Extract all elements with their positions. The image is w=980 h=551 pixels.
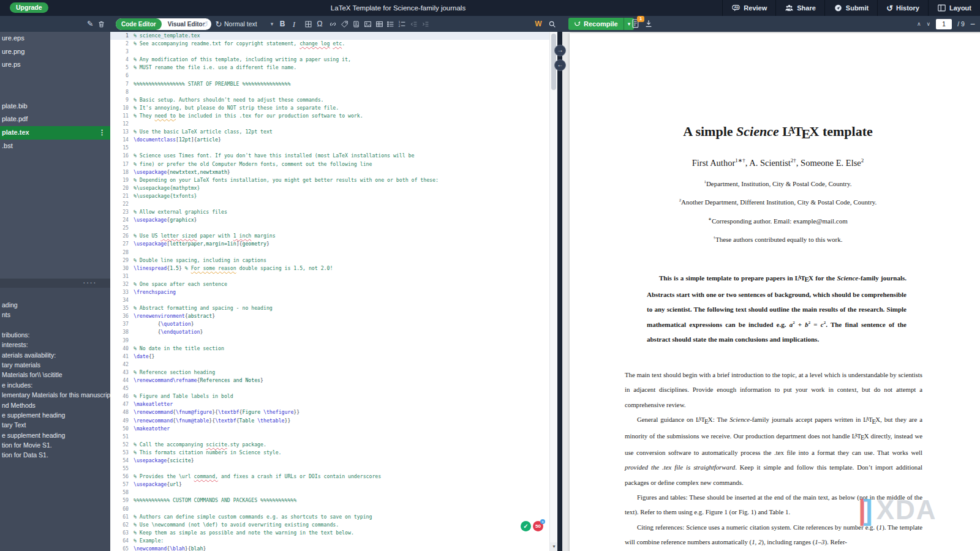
outline-item[interactable]: lementary Materials for this manuscript: [0,390,110,400]
outline-item[interactable]: nts [0,310,110,320]
page-up-icon[interactable]: ∧ [917,21,921,27]
upgrade-button[interactable]: Upgrade [10,2,48,13]
code-line[interactable]: 2% See accompanying readme.txt for copyr… [110,40,549,48]
logs-button[interactable]: 1 [631,18,642,29]
code-line[interactable]: 49\renewcommand{\fnum@table}{\textbf{Tab… [110,417,549,425]
code-line[interactable]: 62% Use \newcommand (not \def) to avoid … [110,521,549,529]
code-line[interactable]: 19% Depending on your LaTeX fonts instal… [110,176,549,184]
code-line[interactable]: 28 [110,249,549,257]
table-icon[interactable] [374,20,385,28]
outline-item[interactable]: e supplement heading [0,430,110,440]
code-line[interactable]: 10% It's annoying, but please do NOT str… [110,104,549,112]
file-tree-item[interactable]: ure.png [0,45,110,59]
pane-divider[interactable] [557,32,562,551]
code-line[interactable]: 8 [110,88,549,96]
file-tree-item[interactable]: ure.ps [0,58,110,72]
outline-item[interactable]: ading [0,300,110,310]
code-line[interactable]: 26% Use US letter sized paper with 1 inc… [110,232,549,240]
outdent-icon[interactable] [408,20,419,28]
code-line[interactable]: 52% Call the accompanying scicite.sty pa… [110,441,549,449]
code-line[interactable]: 37 {\quotation} [110,320,549,328]
code-line[interactable]: 34 [110,296,549,304]
code-line[interactable]: 30\linespread{1.5} % For some reason dou… [110,264,549,272]
file-menu-dots-icon[interactable]: ⋮ [99,126,105,140]
assistant-icon[interactable]: ✓ [521,521,531,531]
code-line[interactable]: 22 [110,200,549,208]
code-line[interactable]: 56% Provides the \url command, and fixes… [110,473,549,481]
panel-resize-handle[interactable]: ···· [0,279,110,288]
outline-item[interactable]: interests: [0,340,110,350]
sync-to-code-button[interactable]: ← [554,59,566,71]
code-editor[interactable]: 1% science_template.tex2% See accompanyi… [110,32,549,551]
code-line[interactable]: 54\usepackage{scicite} [110,457,549,465]
outline-item[interactable]: tary materials [0,360,110,370]
code-line[interactable]: 35% Abstract formatting and spacing - no… [110,304,549,312]
code-line[interactable]: 3 [110,48,549,56]
indent-icon[interactable] [420,20,431,28]
code-line[interactable]: 45 [110,384,549,392]
outline-item[interactable]: tion for Movie S1. [0,440,110,450]
code-line[interactable]: 57\usepackage{url} [110,481,549,489]
code-line[interactable]: 21%\usepackage{txfonts} [110,192,549,200]
code-editor-tab[interactable]: Code Editor [116,18,162,30]
assistant-error-count[interactable]: 50 + [533,521,543,531]
code-line[interactable]: 33\frenchspacing [110,288,549,296]
code-line[interactable]: 27\usepackage[letterpaper,margin=1in]{ge… [110,240,549,248]
code-line[interactable]: 9% Basic setup. Authors shouldn't need t… [110,96,549,104]
code-line[interactable]: 40% No date in the title section [110,345,549,353]
undo-icon[interactable]: ↺ [200,20,211,28]
code-line[interactable]: 42 [110,361,549,369]
code-line[interactable]: 38 {\endquotation} [110,328,549,336]
zoom-out-icon[interactable]: − [970,19,975,29]
code-line[interactable]: 59%%%%%%%%%%%% CUSTOM COMMANDS AND PACKA… [110,497,549,504]
image-icon[interactable] [362,20,373,28]
numbered-list-icon[interactable]: 12 [396,20,407,28]
code-line[interactable]: 16% Science uses Times font. If you don'… [110,152,549,160]
code-line[interactable]: 39 [110,337,549,345]
layout-button[interactable]: Layout [928,0,980,16]
code-line[interactable]: 29% Double line spacing, including in ca… [110,257,549,264]
page-down-icon[interactable]: ∨ [927,21,931,27]
math-icon[interactable] [303,20,314,28]
code-line[interactable]: 18\usepackage{newtxtext,newtxmath} [110,168,549,176]
code-line[interactable]: 4% Any modification of this template, in… [110,56,549,64]
outline-item[interactable]: tributions: [0,330,110,340]
outline-item[interactable]: Materials for\\ \scititle [0,370,110,380]
rename-pencil-icon[interactable]: ✎ [85,20,96,28]
tag-icon[interactable] [339,20,350,28]
code-line[interactable]: 1% science_template.tex [110,32,549,40]
file-tree-item[interactable]: plate.tex⋮ [0,126,110,140]
code-line[interactable]: 58 [110,489,549,497]
reference-book-icon[interactable] [350,20,361,28]
page-number-input[interactable] [936,19,952,29]
code-line[interactable]: 61% Authors can define simple custom com… [110,513,549,521]
file-tree-item[interactable]: plate.bib [0,100,110,113]
code-line[interactable]: 47\makeatletter [110,400,549,408]
editor-mode-toggle[interactable]: Code Editor Visual Editor [116,18,211,30]
code-line[interactable]: 46% Figure and Table labels in bold [110,392,549,400]
code-line[interactable]: 50\makeatother [110,425,549,433]
share-button[interactable]: Share [775,0,824,16]
code-line[interactable]: 60 [110,505,549,513]
history-button[interactable]: ↺ History [877,0,928,16]
code-line[interactable]: 51 [110,433,549,441]
paragraph-style-dropdown[interactable]: Normal text ▾ [224,16,273,32]
code-line[interactable]: 55 [110,465,549,473]
code-line[interactable]: 12 [110,120,549,128]
code-line[interactable]: 20%\usepackage{mathptmx} [110,184,549,192]
bullet-list-icon[interactable] [385,20,396,28]
code-line[interactable]: 24\usepackage{graphicx} [110,216,549,224]
code-line[interactable]: 25 [110,224,549,232]
outline-item[interactable]: nd Methods [0,400,110,410]
code-line[interactable]: 53% This formats citation numbers in Sci… [110,449,549,457]
code-line[interactable]: 13% Use the basic LaTeX article class, 1… [110,128,549,136]
file-tree-item[interactable]: .bst [0,140,110,153]
code-line[interactable]: 48\renewcommand{\fnum@figure}{\textbf{Fi… [110,408,549,416]
code-line[interactable]: 32% One space after each sentence [110,280,549,288]
recompile-button[interactable]: Recompile ▾ [568,18,634,30]
download-pdf-icon[interactable] [644,19,653,31]
review-button[interactable]: Ab Review [722,0,775,16]
grammar-assistant-widget[interactable]: ✓ 50 + [521,521,543,531]
outline-item[interactable]: e supplement heading [0,410,110,420]
symbol-omega-icon[interactable]: Ω [314,20,325,28]
